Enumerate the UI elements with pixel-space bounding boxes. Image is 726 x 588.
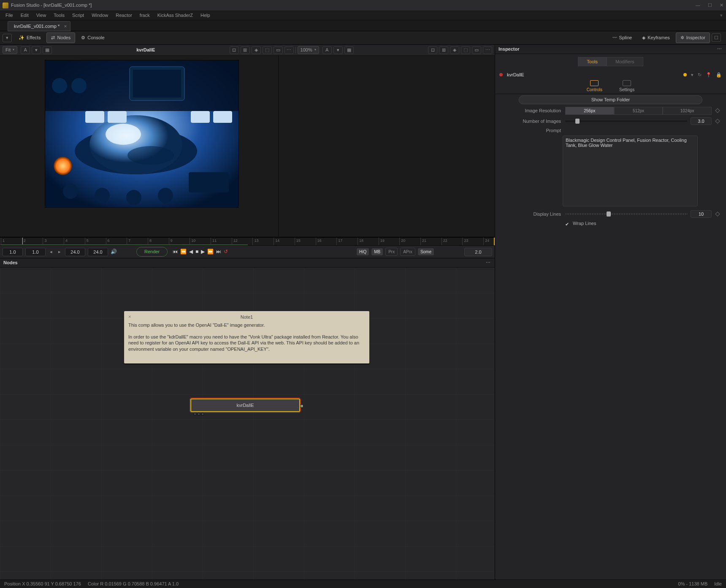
hiq-toggle[interactable]: HiQ: [357, 248, 369, 255]
render-button[interactable]: Render: [136, 247, 168, 256]
keyframe-diamond-icon-3[interactable]: [715, 212, 720, 217]
inspector-menu[interactable]: ⋯: [717, 46, 723, 52]
show-temp-folder-button[interactable]: Show Temp Folder: [519, 95, 702, 104]
num-images-slider[interactable]: [565, 120, 687, 122]
audio-icon[interactable]: 🔊: [111, 249, 117, 255]
document-tab[interactable]: kvrDallE_v001.comp * ×: [8, 21, 70, 31]
step-back-button[interactable]: ⏪: [180, 249, 187, 255]
viewer-a-icon3[interactable]: ◈: [252, 46, 261, 54]
viewer-b-icon1[interactable]: ⊡: [428, 46, 437, 54]
menu-view[interactable]: View: [33, 12, 50, 18]
menu-overflow-icon[interactable]: ▾: [716, 12, 726, 18]
viewer-b-layers[interactable]: ▾: [333, 46, 343, 54]
lock-icon[interactable]: 🔒: [716, 72, 722, 78]
layout-toggle-button[interactable]: ☐: [712, 33, 721, 42]
mb-toggle[interactable]: MB: [371, 248, 383, 255]
tab-tools[interactable]: Tools: [578, 57, 607, 66]
viewer-b[interactable]: [279, 56, 495, 237]
viewer-layers-btn[interactable]: ▾: [32, 46, 41, 54]
effects-button[interactable]: ✨ Effects: [14, 33, 45, 42]
close-tab-icon[interactable]: ×: [64, 23, 67, 29]
stop-button[interactable]: ■: [195, 249, 198, 255]
spline-button[interactable]: 〰 Spline: [608, 33, 637, 42]
flow-canvas[interactable]: × Note1 This comp allows you to use the …: [0, 268, 495, 580]
viewer-b-grid[interactable]: ▦: [344, 46, 354, 54]
viewer-a-icon5[interactable]: ▭: [274, 46, 283, 54]
tab-modifiers[interactable]: Modifiers: [607, 57, 643, 66]
timeline-ruler[interactable]: 123456789101112131415161718192021222324: [0, 237, 495, 246]
viewer-b-icon5[interactable]: ▭: [472, 46, 481, 54]
console-button[interactable]: ⚙ Console: [77, 33, 108, 42]
prompt-textarea[interactable]: [563, 135, 698, 206]
zoom-dropdown[interactable]: 100%▾: [298, 46, 319, 54]
viewer-a-icon4[interactable]: ⬚: [263, 46, 272, 54]
prev-key-button[interactable]: ◂: [48, 249, 54, 255]
menu-kickass-shaderz[interactable]: KickAss ShaderZ: [154, 12, 197, 18]
some-toggle[interactable]: Some: [418, 248, 434, 255]
keyframes-button[interactable]: ◈ Keyframes: [638, 33, 674, 42]
go-start-button[interactable]: ⏮: [173, 249, 178, 255]
in-frame-field[interactable]: 1.0: [3, 248, 23, 256]
keyframe-diamond-icon[interactable]: [715, 108, 720, 113]
out-frame-field[interactable]: 24.0: [88, 248, 108, 256]
menu-frack[interactable]: frack: [136, 12, 154, 18]
menu-help[interactable]: Help: [197, 12, 214, 18]
inspector-button[interactable]: ✲ Inspector: [676, 33, 710, 43]
viewer-a-btn[interactable]: A: [21, 46, 30, 54]
end-frame-field[interactable]: 24.0: [65, 248, 85, 256]
chevron-down-icon[interactable]: ▾: [691, 72, 693, 78]
play-reverse-button[interactable]: ◀: [189, 249, 193, 255]
nodes-button[interactable]: ⇄ Nodes: [46, 33, 75, 43]
node-output-icon[interactable]: [300, 404, 303, 408]
versions-icon[interactable]: [683, 73, 687, 76]
minimize-button[interactable]: —: [696, 2, 700, 8]
next-key-button[interactable]: ▸: [57, 249, 62, 255]
viewer-b-btn-a[interactable]: A: [322, 46, 332, 54]
keyframe-diamond-icon-2[interactable]: [715, 119, 720, 123]
res-1024[interactable]: 1024px: [663, 107, 712, 115]
num-images-value[interactable]: 3.0: [691, 117, 712, 125]
maximize-button[interactable]: ☐: [708, 2, 712, 8]
viewer-grid-btn[interactable]: ▦: [43, 46, 52, 54]
res-512[interactable]: 512px: [614, 107, 663, 115]
start-frame-field[interactable]: 1.0: [25, 248, 46, 256]
close-button[interactable]: ✕: [720, 2, 723, 8]
display-lines-value[interactable]: 10: [691, 210, 712, 218]
prx-toggle[interactable]: Prx: [385, 248, 398, 256]
aprx-toggle[interactable]: APrx: [400, 248, 415, 256]
viewer-a[interactable]: [0, 56, 279, 237]
viewer-b-more[interactable]: ⋯: [483, 46, 492, 54]
menu-file[interactable]: File: [2, 12, 17, 18]
kvrdalle-node[interactable]: kvrDallE: [190, 398, 300, 412]
subtab-settings[interactable]: Settings: [619, 80, 634, 92]
range-end-icon[interactable]: [494, 238, 495, 245]
menu-edit[interactable]: Edit: [17, 12, 33, 18]
current-frame-field[interactable]: 2.0: [464, 248, 492, 256]
slider-handle-icon[interactable]: [575, 119, 580, 124]
step-fwd-button[interactable]: ⏩: [207, 249, 214, 255]
res-256[interactable]: 256px: [565, 107, 614, 115]
menu-script[interactable]: Script: [68, 12, 88, 18]
pin-icon[interactable]: 📍: [706, 72, 712, 78]
reset-icon[interactable]: ↻: [698, 72, 702, 78]
viewer-a-more[interactable]: ⋯: [284, 46, 294, 54]
viewer-a-icon1[interactable]: ⊡: [230, 46, 239, 54]
viewer-b-icon3[interactable]: ◈: [450, 46, 459, 54]
viewer-b-icon4[interactable]: ⬚: [461, 46, 470, 54]
fit-dropdown[interactable]: Fit▾: [3, 46, 17, 54]
viewer-toggle-button[interactable]: ▾: [3, 34, 12, 42]
go-end-button[interactable]: ⏭: [216, 249, 221, 255]
menu-window[interactable]: Window: [88, 12, 112, 18]
loop-button[interactable]: ↺: [224, 249, 228, 255]
note-node[interactable]: × Note1 This comp allows you to use the …: [124, 311, 370, 364]
node-views-icons[interactable]: [194, 413, 204, 415]
note-close-icon[interactable]: ×: [128, 314, 131, 319]
subtab-controls[interactable]: Controls: [587, 80, 602, 92]
viewer-a-icon2[interactable]: ⊞: [241, 46, 250, 54]
play-button[interactable]: ▶: [201, 249, 205, 255]
wrap-lines-checkbox[interactable]: ✔: [565, 221, 570, 226]
display-lines-slider[interactable]: [565, 213, 687, 215]
slider-handle-icon-2[interactable]: [607, 211, 611, 217]
viewer-b-icon2[interactable]: ⊞: [439, 46, 448, 54]
menu-reactor[interactable]: Reactor: [112, 12, 136, 18]
